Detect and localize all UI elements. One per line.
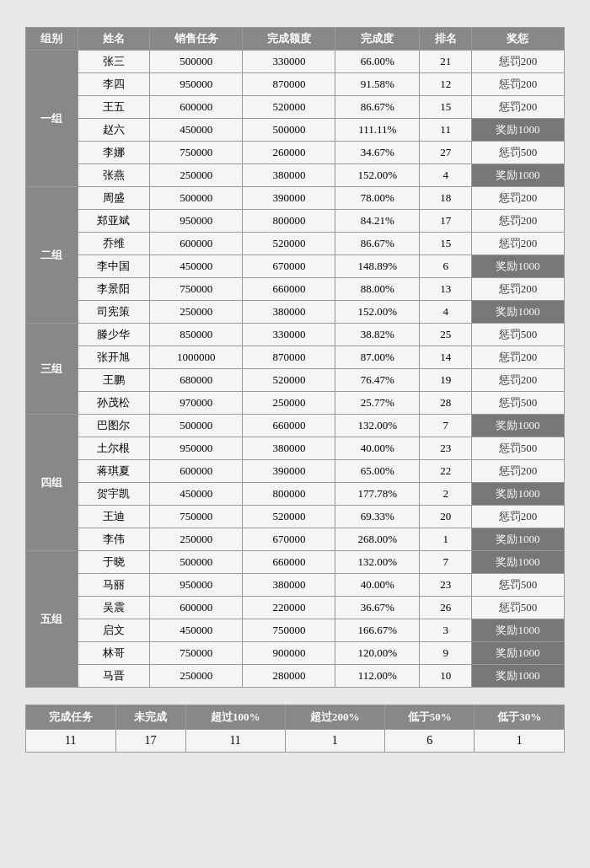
- member-rate: 166.67%: [335, 619, 420, 642]
- member-done: 500000: [243, 119, 335, 142]
- col-group: 组别: [26, 28, 78, 51]
- member-rank: 15: [420, 233, 472, 255]
- member-reward: 惩罚200: [471, 187, 564, 210]
- member-task: 850000: [150, 324, 243, 346]
- member-reward: 惩罚200: [471, 506, 564, 528]
- member-reward: 惩罚200: [471, 233, 564, 255]
- table-row: 四组巴图尔500000660000132.00%7奖励1000: [26, 415, 565, 437]
- member-done: 670000: [243, 528, 335, 551]
- member-reward: 奖励1000: [471, 119, 564, 142]
- table-row: 马丽95000038000040.00%23惩罚500: [26, 574, 565, 597]
- table-row: 五组于晓500000660000132.00%7奖励1000: [26, 551, 565, 574]
- table-row: 马晋250000280000112.00%10奖励1000: [26, 665, 565, 688]
- member-rate: 152.00%: [335, 301, 420, 324]
- table-row: 司宪策250000380000152.00%4奖励1000: [26, 301, 565, 324]
- member-task: 500000: [150, 551, 243, 574]
- member-rank: 26: [420, 597, 472, 619]
- member-task: 600000: [150, 597, 243, 619]
- member-reward: 惩罚200: [471, 51, 564, 73]
- member-reward: 惩罚200: [471, 369, 564, 392]
- member-done: 390000: [243, 187, 335, 210]
- member-name: 郑亚斌: [78, 210, 150, 233]
- main-table: 组别 姓名 销售任务 完成额度 完成度 排名 奖惩 一组张三5000003300…: [25, 27, 565, 688]
- member-name: 启文: [78, 619, 150, 642]
- member-name: 李娜: [78, 142, 150, 164]
- member-task: 680000: [150, 369, 243, 392]
- member-done: 380000: [243, 164, 335, 187]
- member-done: 390000: [243, 460, 335, 483]
- member-task: 250000: [150, 528, 243, 551]
- table-row: 林哥750000900000120.00%9奖励1000: [26, 642, 565, 665]
- member-reward: 奖励1000: [471, 301, 564, 324]
- member-name: 巴图尔: [78, 415, 150, 437]
- member-name: 土尔根: [78, 437, 150, 460]
- member-rate: 91.58%: [335, 73, 420, 96]
- member-rank: 17: [420, 210, 472, 233]
- member-done: 520000: [243, 506, 335, 528]
- member-reward: 惩罚200: [471, 278, 564, 301]
- summary-header: 超过100%: [185, 705, 285, 730]
- member-reward: 惩罚500: [471, 597, 564, 619]
- table-row: 李景阳75000066000088.00%13惩罚200: [26, 278, 565, 301]
- table-row: 张燕250000380000152.00%4奖励1000: [26, 164, 565, 187]
- table-row: 王五60000052000086.67%15惩罚200: [26, 96, 565, 119]
- member-rate: 66.00%: [335, 51, 420, 73]
- member-rank: 25: [420, 324, 472, 346]
- member-rank: 10: [420, 665, 472, 688]
- member-name: 张开旭: [78, 346, 150, 369]
- member-name: 王鹏: [78, 369, 150, 392]
- group-cell: 一组: [26, 51, 78, 187]
- member-task: 600000: [150, 96, 243, 119]
- member-task: 1000000: [150, 346, 243, 369]
- member-rank: 21: [420, 51, 472, 73]
- member-rate: 34.67%: [335, 142, 420, 164]
- table-row: 赵六450000500000111.11%11奖励1000: [26, 119, 565, 142]
- member-task: 450000: [150, 119, 243, 142]
- member-done: 220000: [243, 597, 335, 619]
- member-task: 250000: [150, 301, 243, 324]
- member-reward: 惩罚500: [471, 392, 564, 415]
- summary-header: 低于50%: [384, 705, 475, 730]
- member-rank: 20: [420, 506, 472, 528]
- member-done: 870000: [243, 346, 335, 369]
- member-name: 滕少华: [78, 324, 150, 346]
- summary-value: 1: [285, 730, 384, 753]
- member-reward: 奖励1000: [471, 483, 564, 506]
- member-name: 李中国: [78, 255, 150, 278]
- member-rank: 7: [420, 415, 472, 437]
- member-rank: 2: [420, 483, 472, 506]
- member-task: 500000: [150, 415, 243, 437]
- col-name: 姓名: [78, 28, 150, 51]
- member-rate: 86.67%: [335, 233, 420, 255]
- member-task: 500000: [150, 187, 243, 210]
- member-rate: 40.00%: [335, 574, 420, 597]
- summary-header: 未完成: [115, 705, 185, 730]
- member-reward: 奖励1000: [471, 255, 564, 278]
- member-name: 李景阳: [78, 278, 150, 301]
- table-row: 吴震60000022000036.67%26惩罚500: [26, 597, 565, 619]
- group-cell: 二组: [26, 187, 78, 324]
- member-rate: 86.67%: [335, 96, 420, 119]
- member-task: 450000: [150, 483, 243, 506]
- member-done: 380000: [243, 437, 335, 460]
- member-rate: 268.00%: [335, 528, 420, 551]
- member-done: 660000: [243, 551, 335, 574]
- member-name: 吴震: [78, 597, 150, 619]
- member-name: 蒋琪夏: [78, 460, 150, 483]
- member-done: 660000: [243, 415, 335, 437]
- member-reward: 惩罚200: [471, 460, 564, 483]
- header-row: 组别 姓名 销售任务 完成额度 完成度 排名 奖惩: [26, 28, 565, 51]
- member-name: 司宪策: [78, 301, 150, 324]
- member-reward: 惩罚200: [471, 346, 564, 369]
- member-done: 380000: [243, 574, 335, 597]
- member-reward: 奖励1000: [471, 415, 564, 437]
- member-reward: 奖励1000: [471, 665, 564, 688]
- table-row: 李中国450000670000148.89%6奖励1000: [26, 255, 565, 278]
- member-name: 赵六: [78, 119, 150, 142]
- table-row: 李娜75000026000034.67%27惩罚500: [26, 142, 565, 164]
- table-row: 贺宇凯450000800000177.78%2奖励1000: [26, 483, 565, 506]
- member-rate: 112.00%: [335, 665, 420, 688]
- member-rank: 9: [420, 642, 472, 665]
- member-rate: 120.00%: [335, 642, 420, 665]
- member-done: 800000: [243, 483, 335, 506]
